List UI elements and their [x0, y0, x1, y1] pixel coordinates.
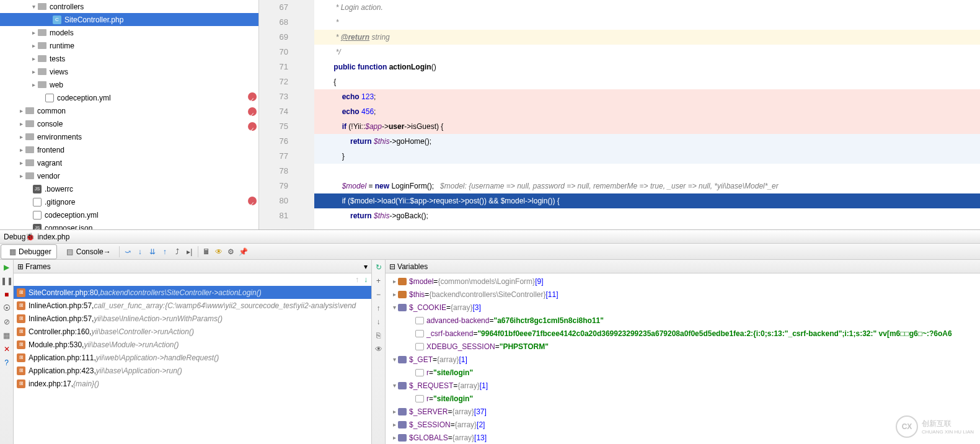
add-watch-icon[interactable]: ↻ — [374, 262, 384, 272]
stack-frame[interactable]: ⊞SiteController.php:80, backend\controll… — [14, 286, 371, 299]
code-line[interactable]: } — [314, 149, 980, 164]
tree-item[interactable]: environments — [0, 130, 258, 143]
tree-item[interactable]: vagrant — [0, 156, 258, 169]
run-to-cursor-icon[interactable]: ▸| — [185, 247, 195, 257]
stack-frame[interactable]: ⊞Controller.php:160, yii\base\Controller… — [14, 325, 371, 338]
frame-up-icon[interactable]: ↑ — [355, 275, 359, 284]
variable-row[interactable]: $_REQUEST = {array} [1] — [386, 379, 980, 392]
stop-icon[interactable]: ■ — [2, 290, 12, 300]
console-icon: ▤ — [65, 247, 75, 257]
variable-row[interactable]: advanced-backend = "a676ihctr8gc1cml5n8c… — [386, 314, 980, 327]
tree-item[interactable]: frontend — [0, 143, 258, 156]
variable-row[interactable]: $_COOKIE = {array} [3] — [386, 301, 980, 314]
watch-icon[interactable]: 👁 — [214, 247, 224, 257]
code-line[interactable]: echo 123; — [314, 89, 980, 104]
stack-frame[interactable]: ⊞Application.php:111, yii\web\Applicatio… — [14, 351, 371, 364]
project-tree[interactable]: controllersCSiteController.phpmodelsrunt… — [0, 0, 259, 229]
frames-icon: ⊞ — [17, 262, 24, 271]
step-into-icon[interactable]: ↓ — [135, 247, 145, 257]
frames-panel: ⊞ Frames ▾ ↑ ↓ ⊞SiteController.php:80, b… — [14, 260, 372, 444]
stack-frame[interactable]: ⊞Application.php:423, yii\base\Applicati… — [14, 364, 371, 377]
stack-frame[interactable]: ⊞InlineAction.php:57, yii\base\InlineAct… — [14, 312, 371, 325]
tree-item[interactable]: runtime — [0, 39, 258, 52]
tree-item[interactable]: CSiteController.php — [0, 13, 258, 26]
code-line[interactable]: echo 456; — [314, 104, 980, 119]
code-line[interactable]: { — [314, 74, 980, 89]
variable-row[interactable]: $_GET = {array} [1] — [386, 353, 980, 366]
variable-row[interactable]: $GLOBALS = {array} [13] — [386, 431, 980, 444]
tree-item[interactable]: tests — [0, 52, 258, 65]
tree-item[interactable]: JS.bowerrc — [0, 182, 258, 195]
tree-item[interactable]: common — [0, 104, 258, 117]
force-step-into-icon[interactable]: ⇊ — [148, 247, 157, 257]
variable-row[interactable]: $model = {common\models\LoginForm} [9] — [386, 275, 980, 288]
close-icon[interactable]: ✕ — [2, 344, 12, 354]
code-line[interactable]: return $this->goHome(); — [314, 134, 980, 149]
mute-breakpoints-icon[interactable]: ⊘ — [2, 317, 12, 327]
variables-icon: ⊟ — [389, 262, 395, 271]
new-watch-icon[interactable]: + — [374, 276, 384, 286]
layout-icon[interactable]: ▦ — [2, 331, 12, 340]
tree-item[interactable]: .gitignore — [0, 195, 258, 208]
debug-tool-window-tab[interactable]: Debug 🐞 index.php — [0, 230, 980, 244]
frame-down-icon[interactable]: ↓ — [364, 275, 368, 284]
variables-title: Variables — [397, 262, 428, 271]
drop-frame-icon[interactable]: ⤴ — [172, 247, 182, 257]
variable-row[interactable]: r = "site/login" — [386, 392, 980, 405]
help-icon[interactable]: ? — [2, 358, 12, 368]
tree-item[interactable]: models — [0, 26, 258, 39]
debug-left-toolbar: ▶ ❚❚ ■ ⦿ ⊘ ▦ ✕ ? — [0, 260, 14, 444]
stack-frame[interactable]: ⊞InlineAction.php:57, call_user_func_arr… — [14, 299, 371, 312]
stack-frame[interactable]: ⊞Module.php:530, yii\base\Module->runAct… — [14, 338, 371, 351]
variable-row[interactable]: $_SERVER = {array} [37] — [386, 405, 980, 418]
code-line[interactable]: if (!Yii::$app->user->isGuest) { — [314, 119, 980, 134]
stack-frame[interactable]: ⊞index.php:17, {main}() — [14, 377, 371, 390]
debugger-icon: ▦ — [7, 247, 17, 257]
tree-item[interactable]: controllers — [0, 0, 258, 13]
show-watches-icon[interactable]: 👁 — [374, 344, 384, 354]
settings-icon[interactable]: ⚙ — [226, 247, 236, 257]
attach-icon: → — [104, 247, 111, 256]
tree-item[interactable]: codeception.yml — [0, 208, 258, 221]
copy-icon[interactable]: ⎘ — [374, 331, 384, 340]
evaluate-icon[interactable]: 🖩 — [201, 247, 211, 257]
tree-item[interactable]: console — [0, 117, 258, 130]
code-line[interactable]: return $this->goBack(); — [314, 208, 980, 223]
code-line[interactable]: if ($model->load(Yii::$app->request->pos… — [314, 193, 980, 208]
pause-icon[interactable]: ❚❚ — [2, 276, 12, 286]
debug-label: Debug — [4, 233, 25, 241]
variable-row[interactable]: XDEBUG_SESSION = "PHPSTORM" — [386, 340, 980, 353]
tree-item[interactable]: vendor — [0, 169, 258, 182]
variable-row[interactable]: $this = {backend\controllers\SiteControl… — [386, 288, 980, 301]
remove-watch-icon[interactable]: − — [374, 290, 384, 300]
tree-item[interactable]: views — [0, 65, 258, 78]
code-line[interactable]: * — [314, 15, 980, 30]
variable-row[interactable]: r = "site/login" — [386, 366, 980, 379]
code-line[interactable]: $model = new LoginForm(); $model: {usern… — [314, 179, 980, 193]
code-line[interactable]: * Login action. — [314, 0, 980, 15]
debug-toolbar: ▦ Debugger ▤ Console → ⤻ ↓ ⇊ ↑ ⤴ ▸| 🖩 👁 … — [0, 244, 980, 260]
frames-title: Frames — [25, 262, 51, 271]
code-editor[interactable]: 676869707172737475767778798081 * Login a… — [259, 0, 980, 229]
variable-row[interactable]: _csrf-backend = "9964f01bf0eee71fbcee414… — [386, 327, 980, 340]
up-icon[interactable]: ↑ — [374, 303, 384, 313]
pin-icon[interactable]: 📌 — [239, 247, 249, 257]
variable-row[interactable]: $_SESSION = {array} [2] — [386, 418, 980, 431]
tree-item[interactable]: codeception.yml — [0, 91, 258, 104]
dropdown-icon[interactable]: ▾ — [364, 262, 368, 271]
step-over-icon[interactable]: ⤻ — [123, 247, 133, 257]
debugger-tab[interactable]: ▦ Debugger — [1, 244, 57, 259]
code-line[interactable]: public function actionLogin() — [314, 60, 980, 74]
view-breakpoints-icon[interactable]: ⦿ — [2, 303, 12, 313]
console-tab[interactable]: ▤ Console → — [58, 244, 117, 259]
code-line[interactable]: * @return string — [314, 30, 980, 45]
bug-icon: 🐞 — [25, 233, 35, 241]
tree-item[interactable]: JScomposer.json — [0, 221, 258, 229]
down-icon[interactable]: ↓ — [374, 317, 384, 327]
variables-panel: ⊟ Variables $model = {common\models\Logi… — [386, 260, 980, 444]
tree-item[interactable]: web — [0, 78, 258, 91]
code-line[interactable] — [314, 164, 980, 179]
code-line[interactable]: */ — [314, 45, 980, 60]
resume-icon[interactable]: ▶ — [2, 262, 12, 272]
step-out-icon[interactable]: ↑ — [160, 247, 170, 257]
